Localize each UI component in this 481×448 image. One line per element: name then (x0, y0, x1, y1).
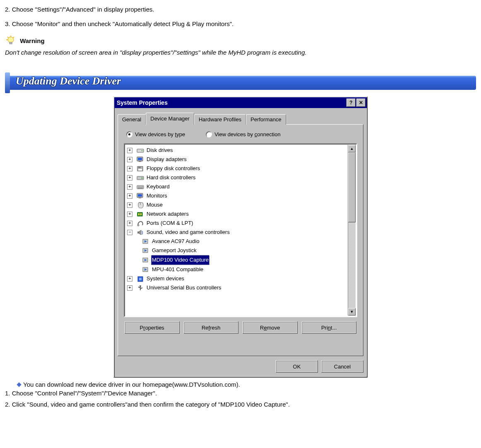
radio-view-by-type[interactable]: View devices by type (126, 131, 185, 137)
scroll-track[interactable] (348, 152, 356, 308)
sound-icon (137, 229, 144, 236)
multimedia-icon (142, 247, 149, 254)
tab-panel: View devices by type View devices by con… (118, 124, 363, 356)
radio-icon (126, 131, 132, 137)
tab-general[interactable]: General (118, 114, 146, 125)
monitor-icon (137, 156, 144, 163)
tree-item-hard-disk[interactable]: +Hard disk controllers (127, 173, 356, 182)
mouse-icon (137, 202, 144, 208)
section-title: Updating Device Driver (16, 75, 121, 87)
tree-item-sound[interactable]: −Sound, video and game controllers (127, 228, 356, 237)
tree-item-monitors[interactable]: +Monitors (127, 191, 356, 200)
tab-performance[interactable]: Performance (246, 114, 286, 125)
bullet-icon (17, 382, 21, 387)
monitor-icon (137, 193, 144, 199)
tab-hardware-profiles[interactable]: Hardware Profiles (194, 114, 246, 125)
ok-button[interactable]: OK (276, 360, 318, 373)
close-button[interactable]: ✕ (356, 99, 366, 107)
cancel-button[interactable]: Cancel (321, 360, 363, 373)
tree-item-disk-drives[interactable]: +Disk drives (127, 146, 356, 155)
multimedia-icon (142, 266, 149, 273)
tab-device-manager[interactable]: Device Manager (146, 113, 194, 125)
remove-button[interactable]: Remove (243, 321, 298, 334)
tree-item-network[interactable]: +Network adapters (127, 210, 356, 219)
radio-icon (206, 131, 212, 137)
scroll-up-button[interactable]: ▲ (348, 145, 356, 152)
floppy-icon (137, 165, 144, 172)
instruction-step-b1: 1. Choose "Control Panel"/"System"/"Devi… (5, 390, 476, 397)
tab-row: General Device Manager Hardware Profiles… (118, 112, 363, 124)
window-title: System Properties (117, 99, 168, 106)
lightbulb-icon (5, 35, 17, 46)
multimedia-icon (142, 257, 149, 263)
multimedia-icon (142, 238, 149, 245)
network-icon (137, 211, 144, 217)
chip-icon (137, 275, 144, 282)
device-tree[interactable]: +Disk drives +Display adapters +Floppy d… (124, 143, 357, 317)
properties-button[interactable]: Properties (125, 321, 180, 334)
keyboard-icon (137, 183, 144, 190)
usb-icon (137, 284, 144, 291)
warning-text: Don't change resolution of screen area i… (5, 49, 476, 56)
radio-label: View devices by type (135, 131, 185, 137)
tree-item-ports[interactable]: +Ports (COM & LPT) (127, 219, 356, 228)
tree-item-floppy[interactable]: +Floppy disk controllers (127, 164, 356, 173)
refresh-button[interactable]: Refresh (184, 321, 239, 334)
tree-item-usb[interactable]: +Universal Serial Bus controllers (127, 283, 356, 292)
tree-item-mpu401[interactable]: MPU-401 Compatible (142, 265, 356, 274)
titlebar[interactable]: System Properties ? ✕ (114, 97, 367, 108)
scroll-down-button[interactable]: ▼ (348, 308, 356, 316)
tree-item-system-devices[interactable]: +System devices (127, 274, 356, 283)
tree-item-mouse[interactable]: +Mouse (127, 200, 356, 210)
tree-item-display-adapters[interactable]: +Display adapters (127, 155, 356, 164)
hdd-icon (137, 174, 144, 181)
instruction-step-2: 2. Choose "Settings"/"Advanced" in displ… (5, 6, 476, 13)
tree-item-mdp100[interactable]: MDP100 Video Capture (142, 255, 356, 265)
section-banner: Updating Device Driver (5, 72, 476, 93)
print-button[interactable]: Print... (302, 321, 357, 334)
tree-item-keyboard[interactable]: +Keyboard (127, 182, 356, 191)
warning-label: Warning (20, 37, 44, 44)
radio-view-by-connection[interactable]: View devices by connection (206, 131, 280, 137)
tree-item-ac97[interactable]: Avance AC97 Audio (142, 237, 356, 246)
scroll-thumb[interactable] (348, 152, 356, 222)
warning-row: Warning (5, 35, 476, 46)
port-icon (137, 220, 144, 226)
instruction-step-3: 3. Choose "Monitor" and then uncheck "Au… (5, 20, 476, 27)
radio-label: View devices by connection (214, 131, 280, 137)
help-button[interactable]: ? (346, 99, 356, 107)
system-properties-dialog: System Properties ? ✕ General Device Man… (113, 96, 368, 378)
drive-icon (137, 147, 144, 154)
tree-item-gameport[interactable]: Gameport Joystick (142, 246, 356, 255)
download-note: You can download new device driver in ou… (17, 381, 476, 388)
scrollbar[interactable]: ▲ ▼ (348, 145, 356, 316)
instruction-step-b2: 2. Click "Sound, video and game controll… (5, 401, 476, 408)
